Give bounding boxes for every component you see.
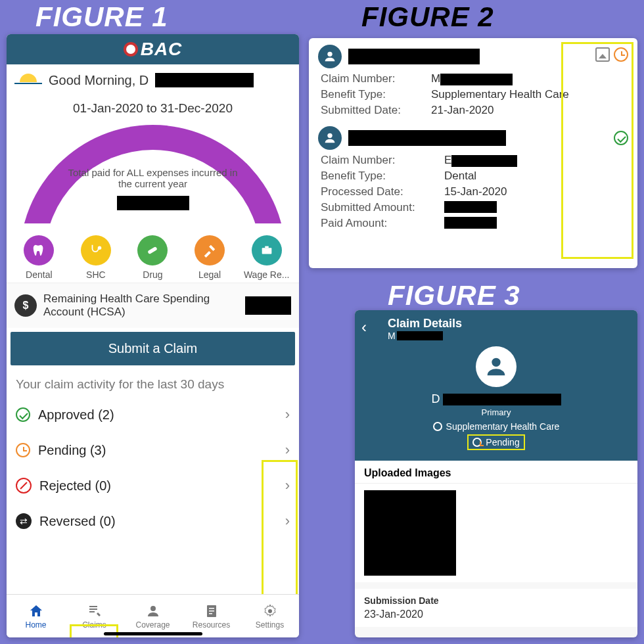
benefit-type-value: Dental (444, 170, 628, 183)
redacted-amount (444, 217, 497, 229)
paid-amount-label: Paid Amount: (321, 217, 439, 230)
submission-date-block: Submission Date 23-Jan-2020 (355, 589, 637, 627)
benefit-type-label: Benefit Type: (321, 88, 426, 101)
redacted-claim-number (440, 74, 513, 85)
svg-rect-7 (209, 610, 214, 612)
figure-2-label: FIGURE 2 (361, 1, 494, 33)
tab-label: Claims (82, 620, 106, 630)
ring-icon (433, 422, 442, 431)
tab-settings[interactable]: Settings (241, 595, 299, 637)
tab-resources[interactable]: Resources (182, 595, 241, 637)
person-icon (318, 126, 342, 150)
redacted-total (117, 196, 189, 210)
category-shc[interactable]: SHC (70, 235, 122, 280)
activity-rejected-row[interactable]: Rejected (0) › (7, 468, 299, 503)
svg-point-11 (327, 133, 332, 138)
category-dental[interactable]: Dental (12, 235, 65, 280)
pill-icon (137, 235, 168, 265)
svg-rect-3 (265, 246, 269, 248)
tab-label: Home (25, 620, 46, 630)
figure-1-card: BAC Good Morning, D 01-Jan-2020 to 31-De… (7, 34, 299, 637)
gavel-icon (195, 235, 225, 265)
gauge-caption: Total paid for ALL expenses incurred in … (20, 167, 286, 189)
svg-point-12 (492, 358, 500, 367)
activity-header: Your claim activity for the last 30 days (7, 372, 299, 397)
benefit-text: Supplementary Health Care (446, 421, 560, 432)
activity-label: Rejected (0) (39, 478, 111, 494)
document-icon (204, 603, 219, 619)
redacted-name (348, 49, 480, 64)
brand-logo: BAC (124, 39, 183, 60)
chevron-right-icon: › (285, 477, 290, 494)
category-legal[interactable]: Legal (183, 235, 236, 280)
svg-point-4 (150, 606, 156, 611)
uploaded-images (355, 484, 637, 582)
tab-label: Settings (256, 620, 284, 630)
person-icon (318, 45, 342, 68)
benefit-type-value: Supplementary Health Care (431, 88, 628, 101)
claim-number-prefix: E (444, 154, 451, 166)
uploaded-images-label: Uploaded Images (355, 461, 637, 484)
home-icon (28, 603, 44, 619)
stethoscope-icon (81, 235, 111, 265)
hcsa-row[interactable]: $ Remaining Health Care Spending Account… (7, 283, 299, 328)
category-wage[interactable]: Wage Re... (241, 235, 293, 280)
svg-point-0 (98, 246, 102, 250)
greeting-text: Good Morning, D (49, 73, 149, 88)
claim-number-label: Claim Number: (321, 154, 439, 167)
processed-date-label: Processed Date: (321, 185, 439, 198)
status-text: Pending (486, 437, 519, 448)
image-icon (595, 47, 610, 62)
name-prefix: D (432, 392, 440, 406)
tab-claims[interactable]: Claims (65, 595, 124, 637)
figure-3-card: ‹ Claim Details M D Primary Supplementar… (355, 310, 637, 637)
status-badge: Pending (467, 434, 524, 450)
dollar-icon: $ (14, 294, 37, 317)
redacted-amount (444, 201, 497, 213)
claim-1[interactable] (318, 45, 628, 68)
clock-icon (472, 438, 482, 447)
tab-coverage[interactable]: Coverage (124, 595, 182, 637)
sunrise-icon (14, 71, 42, 89)
figure-3-label: FIGURE 3 (388, 280, 520, 311)
reverse-icon: ⇄ (16, 513, 32, 529)
home-indicator (104, 632, 202, 635)
member-name: D (432, 392, 561, 406)
chevron-right-icon: › (285, 513, 290, 530)
app-header: BAC (7, 34, 299, 64)
claim-ref-prefix: M (388, 331, 396, 341)
redacted-ref (397, 331, 443, 340)
uploaded-image-thumbnail[interactable] (364, 490, 456, 576)
claims-icon (87, 603, 103, 619)
submitted-date-label: Submitted Date: (321, 104, 426, 117)
redacted-name (443, 394, 561, 405)
benefit-type-label: Benefit Type: (321, 170, 439, 183)
back-button[interactable]: ‹ (361, 318, 367, 336)
activity-label: Approved (2) (38, 407, 114, 423)
category-drug[interactable]: Drug (126, 235, 179, 280)
hcsa-label: Remaining Health Care Spending Account (… (43, 292, 239, 319)
svg-point-10 (327, 52, 332, 57)
claim-status-icons (595, 47, 628, 62)
spending-gauge: Total paid for ALL expenses incurred in … (20, 118, 286, 230)
activity-approved-row[interactable]: Approved (2) › (7, 397, 299, 432)
claim-2[interactable] (318, 126, 628, 150)
category-label: Wage Re... (244, 269, 290, 280)
member-role: Primary (482, 407, 511, 417)
briefcase-icon (252, 235, 282, 265)
claim-number-label: Claim Number: (321, 72, 426, 85)
logo-badge-icon (124, 42, 138, 57)
tooth-icon (24, 235, 54, 265)
page-title: Claim Details (388, 317, 462, 331)
submit-claim-button[interactable]: Submit a Claim (11, 332, 295, 365)
tab-home[interactable]: Home (7, 595, 65, 637)
activity-label: Pending (3) (38, 443, 106, 458)
redacted-name (348, 130, 506, 146)
figure-1-label: FIGURE 1 (35, 1, 168, 33)
activity-reversed-row[interactable]: ⇄ Reversed (0) › (7, 503, 299, 539)
avatar-icon (476, 346, 517, 387)
figure-2-card: Claim Number: M Benefit Type: Supplement… (309, 38, 637, 268)
claim-2-details: Claim Number: E Benefit Type: Dental Pro… (321, 154, 628, 230)
submitted-date-value: 21-Jan-2020 (431, 104, 628, 117)
activity-pending-row[interactable]: Pending (3) › (7, 432, 299, 468)
